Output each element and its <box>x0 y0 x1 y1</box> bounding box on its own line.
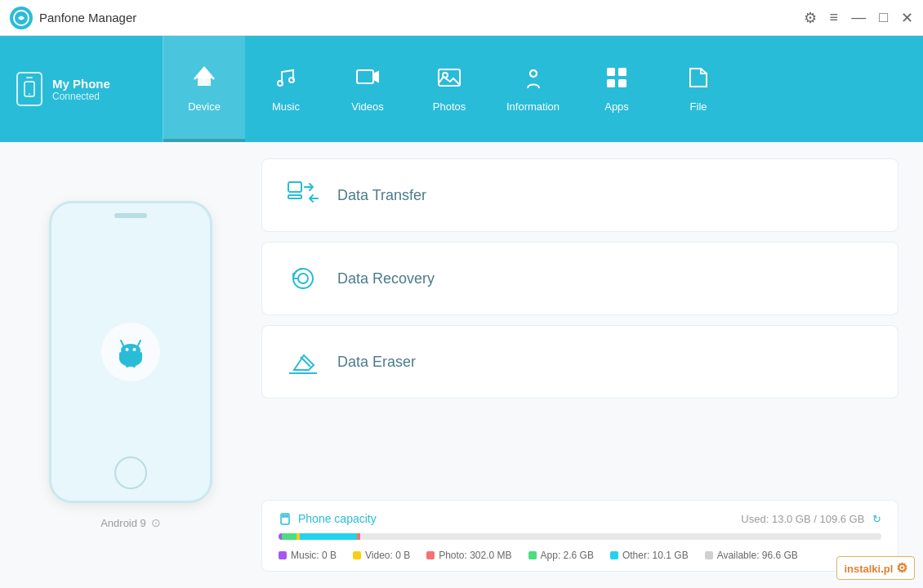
close-button[interactable]: ✕ <box>901 9 913 27</box>
legend-photo: Photo: 302.0 MB <box>426 550 511 561</box>
title-bar-left: Panfone Manager <box>10 7 136 29</box>
legend-available-text: Available: 96.6 GB <box>717 550 798 561</box>
legend-other: Other: 10.1 GB <box>610 550 689 561</box>
svg-rect-20 <box>139 352 142 360</box>
tab-file[interactable]: File <box>658 36 739 142</box>
maximize-button[interactable]: □ <box>879 9 888 26</box>
tab-photos[interactable]: Photos <box>408 36 490 142</box>
bar-available <box>360 533 881 540</box>
legend-video: Video: 0 B <box>353 550 410 561</box>
svg-rect-23 <box>288 182 301 192</box>
capacity-title: Phone capacity <box>279 512 377 525</box>
device-tab-icon <box>191 65 217 96</box>
watermark-icon: ⚙ <box>896 561 907 575</box>
file-tab-icon <box>686 65 711 96</box>
legend-video-text: Video: 0 B <box>365 550 410 561</box>
legend-photo-dot <box>426 551 435 559</box>
device-status: Connected <box>52 91 110 102</box>
capacity-legend: Music: 0 B Video: 0 B Photo: 302.0 MB Ap… <box>279 550 881 561</box>
legend-app-text: App: 2.6 GB <box>541 550 594 561</box>
legend-available: Available: 96.6 GB <box>705 550 798 561</box>
legend-other-text: Other: 10.1 GB <box>622 550 689 561</box>
tab-information-label: Information <box>506 100 560 113</box>
watermark: instalki.pl ⚙ <box>836 556 915 580</box>
settings-button[interactable]: ⚙ <box>804 9 817 27</box>
capacity-title-text: Phone capacity <box>298 512 377 525</box>
apps-tab-icon <box>604 65 629 96</box>
android-version-text: Android 9 <box>100 517 146 529</box>
watermark-suffix: pl <box>884 563 894 575</box>
app-title: Panfone Manager <box>39 11 136 24</box>
legend-video-dot <box>353 551 361 559</box>
tab-apps[interactable]: Apps <box>576 36 658 142</box>
legend-music-dot <box>279 551 287 559</box>
minimize-button[interactable]: — <box>851 9 866 26</box>
svg-rect-21 <box>126 362 129 368</box>
data-recovery-label: Data Recovery <box>337 270 435 287</box>
android-logo <box>101 323 160 381</box>
watermark-text: instalki <box>844 563 881 575</box>
svg-rect-24 <box>288 195 301 198</box>
capacity-refresh-icon[interactable]: ↻ <box>872 513 881 525</box>
tab-photos-label: Photos <box>433 100 466 113</box>
nav-tabs: Device Music Videos <box>163 36 923 142</box>
device-info: My Phone Connected <box>0 36 163 142</box>
data-eraser-label: Data Eraser <box>337 354 416 371</box>
feature-cards: Data Transfer Data Recovery <box>261 158 898 399</box>
svg-point-5 <box>289 78 294 82</box>
nav-bar: My Phone Connected Device <box>0 36 923 142</box>
svg-point-2 <box>29 93 30 95</box>
svg-point-17 <box>126 348 129 351</box>
legend-photo-text: Photo: 302.0 MB <box>439 550 511 561</box>
title-bar-controls: ⚙ ≡ — □ ✕ <box>804 9 913 27</box>
bar-app <box>282 533 297 540</box>
app-logo <box>10 7 33 29</box>
data-recovery-card[interactable]: Data Recovery <box>261 242 898 315</box>
legend-music-text: Music: 0 B <box>291 550 337 561</box>
tab-videos-label: Videos <box>351 100 384 113</box>
capacity-used-text: Used: 13.0 GB / 109.6 GB <box>741 513 864 525</box>
phone-os-label: Android 9 ⊙ <box>100 516 161 529</box>
bar-other <box>300 533 357 540</box>
tab-file-label: File <box>690 100 707 113</box>
capacity-used: Used: 13.0 GB / 109.6 GB ↻ <box>741 513 881 525</box>
data-eraser-icon <box>285 344 321 380</box>
title-bar: Panfone Manager ⚙ ≡ — □ ✕ <box>0 0 923 36</box>
music-tab-icon <box>274 65 298 96</box>
data-transfer-label: Data Transfer <box>337 187 426 204</box>
svg-rect-12 <box>618 68 626 76</box>
svg-rect-29 <box>283 515 284 517</box>
videos-tab-icon <box>355 65 380 96</box>
tab-apps-label: Apps <box>604 100 629 113</box>
information-tab-icon <box>521 65 546 96</box>
phone-refresh-icon[interactable]: ⊙ <box>151 516 161 529</box>
main-content: Android 9 ⊙ Data Transfer <box>0 142 923 588</box>
device-icon <box>16 72 42 106</box>
svg-rect-3 <box>198 78 211 85</box>
legend-music: Music: 0 B <box>279 550 337 561</box>
photos-tab-icon <box>437 65 462 96</box>
svg-rect-13 <box>607 79 615 87</box>
menu-button[interactable]: ≡ <box>830 9 839 26</box>
legend-available-dot <box>705 551 713 559</box>
device-text: My Phone Connected <box>52 77 110 102</box>
tab-device[interactable]: Device <box>163 36 245 142</box>
legend-other-dot <box>610 551 618 559</box>
data-recovery-icon <box>285 261 321 296</box>
tab-information[interactable]: Information <box>490 36 576 142</box>
capacity-header: Phone capacity Used: 13.0 GB / 109.6 GB … <box>279 512 881 525</box>
svg-rect-6 <box>357 70 373 83</box>
capacity-section: Phone capacity Used: 13.0 GB / 109.6 GB … <box>261 500 898 572</box>
svg-rect-7 <box>439 69 460 86</box>
data-transfer-card[interactable]: Data Transfer <box>261 158 898 232</box>
data-transfer-icon <box>285 177 321 213</box>
right-panel: Data Transfer Data Recovery <box>261 158 898 572</box>
svg-rect-30 <box>286 515 288 517</box>
svg-point-10 <box>530 70 537 77</box>
tab-music[interactable]: Music <box>245 36 327 142</box>
svg-rect-22 <box>132 362 136 368</box>
tab-videos[interactable]: Videos <box>327 36 408 142</box>
svg-rect-14 <box>618 79 626 87</box>
svg-rect-11 <box>607 68 615 76</box>
data-eraser-card[interactable]: Data Eraser <box>261 325 898 399</box>
